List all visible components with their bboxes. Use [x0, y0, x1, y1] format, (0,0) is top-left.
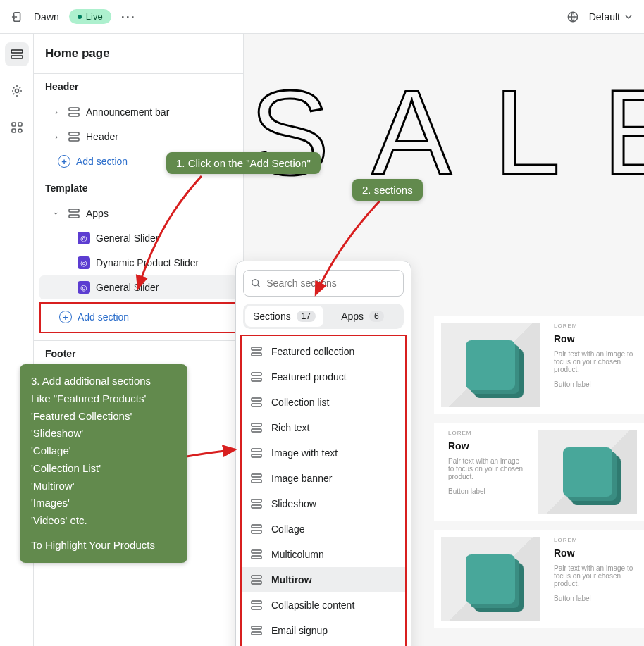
- section-icon: [250, 421, 263, 434]
- page-title: Home page: [34, 34, 243, 73]
- tree-label: Announcement bar: [86, 106, 169, 118]
- globe-icon[interactable]: [566, 11, 579, 23]
- svg-point-4: [15, 89, 18, 93]
- svg-rect-31: [252, 505, 261, 508]
- section-option-label: Featured product: [271, 371, 347, 383]
- section-option[interactable]: Collapsible content: [242, 592, 405, 618]
- section-option[interactable]: Featured product: [242, 364, 405, 390]
- section-icon: [250, 396, 263, 409]
- svg-rect-25: [252, 429, 261, 432]
- section-icon: [68, 130, 80, 143]
- locale-select[interactable]: Default: [589, 11, 633, 23]
- section-option[interactable]: Image with text: [242, 440, 405, 466]
- row-blurb: Pair text with an image to focus on your…: [554, 350, 637, 373]
- section-option[interactable]: Slideshow: [242, 491, 405, 516]
- section-option[interactable]: Collection list: [242, 390, 405, 415]
- section-option[interactable]: Multicolumn: [242, 542, 405, 567]
- tree-row-announcement[interactable]: › Announcement bar: [39, 100, 237, 124]
- section-option-label: Collapsible content: [271, 600, 354, 611]
- section-option-label: Rich text: [271, 422, 309, 433]
- live-badge: Live: [69, 9, 111, 24]
- svg-rect-30: [252, 499, 261, 502]
- preview-row-card: Lorem Row Pair text with an image to foc…: [434, 316, 644, 414]
- section-option[interactable]: Multirow: [242, 567, 405, 592]
- svg-rect-29: [252, 480, 261, 483]
- tree-label: Header: [86, 131, 118, 142]
- rail-sections-icon[interactable]: [5, 42, 29, 66]
- app-block-icon: ◎: [78, 256, 90, 269]
- section-option-label: Collection list: [271, 397, 329, 408]
- svg-rect-21: [252, 378, 261, 381]
- tab-sections[interactable]: Sections 17: [245, 306, 323, 327]
- svg-rect-5: [12, 123, 16, 126]
- svg-rect-22: [252, 398, 261, 401]
- svg-rect-34: [252, 550, 261, 553]
- section-option-label: Multicolumn: [271, 549, 324, 560]
- row-title: Row: [554, 333, 637, 344]
- plus-circle-icon: +: [58, 155, 70, 168]
- svg-rect-10: [69, 113, 79, 116]
- section-option[interactable]: Rich text: [242, 415, 405, 440]
- svg-rect-3: [11, 56, 23, 58]
- exit-icon[interactable]: [11, 11, 24, 23]
- section-option[interactable]: Collage: [242, 516, 405, 542]
- arrow-red-1: [131, 172, 216, 299]
- row-title: Row: [448, 440, 524, 452]
- tshirt-icon: [563, 447, 612, 497]
- popover-tabs: Sections 17 Apps 6: [243, 304, 404, 329]
- section-option[interactable]: Featured collection: [242, 339, 405, 364]
- add-section-label: Add section: [76, 156, 128, 167]
- chevron-right-icon: ›: [51, 108, 62, 116]
- sale-heading: S A L E: [249, 63, 644, 201]
- tab-apps[interactable]: Apps 6: [323, 306, 402, 327]
- app-block-icon: ◎: [78, 281, 90, 294]
- section-icon: [250, 497, 263, 510]
- section-option-label: Slideshow: [271, 498, 316, 509]
- svg-rect-6: [18, 123, 22, 126]
- add-section-label: Add section: [78, 311, 129, 323]
- svg-rect-40: [252, 626, 261, 629]
- tab-label: Apps: [341, 311, 364, 322]
- more-icon[interactable]: ···: [121, 11, 136, 23]
- svg-rect-7: [12, 129, 16, 132]
- section-option-label: Image banner: [271, 473, 332, 484]
- row-blurb: Pair text with an image to focus on your…: [554, 564, 637, 588]
- group-header: Header: [34, 74, 243, 99]
- svg-point-17: [252, 280, 259, 286]
- rail-apps-icon[interactable]: [5, 116, 29, 139]
- tree-row-header[interactable]: › Header: [39, 125, 237, 149]
- chevron-right-icon: ›: [51, 132, 62, 141]
- arrow-red-2: [310, 196, 395, 302]
- svg-rect-23: [252, 404, 261, 406]
- preview-row-card: Lorem Row Pair text with an image to foc…: [434, 423, 644, 521]
- tab-count: 6: [369, 311, 384, 322]
- svg-rect-28: [252, 474, 261, 477]
- tab-count: 17: [297, 311, 316, 322]
- callout-2: 2. sections: [352, 179, 423, 201]
- sale-letter: S: [249, 63, 329, 201]
- tshirt-icon: [466, 340, 515, 390]
- svg-rect-24: [252, 423, 261, 426]
- svg-rect-39: [252, 607, 261, 609]
- row-btn: Button label: [554, 380, 637, 388]
- section-icon: [250, 599, 263, 611]
- svg-rect-35: [252, 556, 261, 559]
- search-icon: [251, 278, 261, 289]
- section-option[interactable]: Email signup: [242, 618, 405, 643]
- section-icon: [250, 447, 263, 459]
- section-option[interactable]: Image banner: [242, 466, 405, 491]
- topbar: Dawn Live ··· Default: [0, 0, 644, 34]
- svg-rect-18: [252, 347, 261, 350]
- row-title: Row: [554, 547, 637, 559]
- preview-thumb: [441, 537, 540, 621]
- add-section-highlight: + Add section: [39, 302, 237, 333]
- section-icon: [250, 472, 263, 485]
- theme-name: Dawn: [34, 11, 59, 23]
- row-small: Lorem: [554, 323, 637, 329]
- row-small: Lorem: [448, 430, 524, 436]
- section-icon: [68, 106, 80, 118]
- section-option[interactable]: Contact form: [242, 643, 405, 646]
- rail-settings-icon[interactable]: [5, 79, 29, 103]
- sale-letter: E: [602, 63, 644, 201]
- add-section-template[interactable]: + Add section: [41, 305, 236, 330]
